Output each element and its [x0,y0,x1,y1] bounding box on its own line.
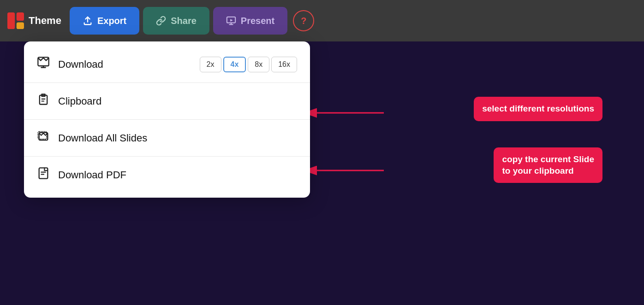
main-content: Download 2x 4x 8x 16x Clipboard [0,41,644,305]
clipboard-icon [37,93,50,109]
res-4x-button[interactable]: 4x [223,57,246,72]
logo-area: Theme [7,12,61,29]
theme-logo-icon [7,12,24,29]
menu-item-download-pdf[interactable]: Download PDF [24,157,310,193]
res-16x-button[interactable]: 16x [271,57,297,72]
resolution-group: 2x 4x 8x 16x [200,57,297,72]
clipboard-label: Clipboard [58,95,297,107]
export-dropdown: Download 2x 4x 8x 16x Clipboard [24,41,310,198]
menu-item-clipboard[interactable]: Clipboard [24,83,310,120]
callout-clipboard: copy the current Slideto your clipboard [494,147,602,183]
share-button[interactable]: Share [143,7,209,35]
menu-item-download[interactable]: Download 2x 4x 8x 16x [24,46,310,83]
svg-rect-2 [17,23,24,29]
svg-rect-0 [7,12,15,29]
download-pdf-label: Download PDF [58,169,297,181]
toolbar: Theme Export Share Present ? [0,0,644,41]
download-label: Download [58,59,191,70]
theme-label: Theme [29,15,61,27]
download-all-label: Download All Slides [58,132,297,144]
svg-rect-1 [17,12,24,21]
res-8x-button[interactable]: 8x [248,57,269,72]
export-button[interactable]: Export [70,7,139,35]
svg-rect-9 [39,168,48,178]
menu-item-download-all[interactable]: Download All Slides [24,120,310,157]
pdf-icon [37,167,50,183]
svg-marker-4 [230,19,233,22]
share-icon [156,16,166,26]
help-button[interactable]: ? [293,10,314,31]
present-icon [226,16,236,26]
res-2x-button[interactable]: 2x [200,57,221,72]
callout-resolutions: select different resolutions [474,97,602,121]
present-button[interactable]: Present [213,7,287,35]
export-icon [83,16,93,26]
download-all-icon [37,130,50,146]
download-icon [37,56,50,72]
